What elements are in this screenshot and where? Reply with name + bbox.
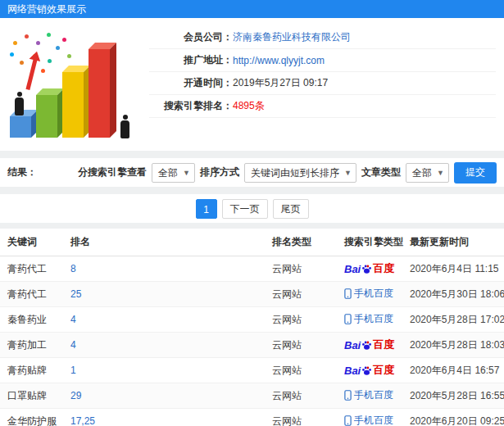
rank-type-cell: 云网站 bbox=[269, 333, 341, 358]
confetti-dot bbox=[56, 46, 60, 50]
rank-link[interactable]: 1 bbox=[70, 365, 76, 376]
pagination: 1 下一页 尾页 bbox=[0, 194, 504, 223]
last-page-button[interactable]: 尾页 bbox=[273, 199, 309, 219]
updated-time-cell: 2020年6月4日 11:15 bbox=[406, 256, 504, 282]
article-type-label: 文章类型 bbox=[361, 165, 401, 179]
col-header-rank: 排名 bbox=[67, 229, 269, 256]
sort-select[interactable]: 关键词由短到长排序▼ bbox=[244, 163, 356, 183]
engine-cell: Bai百度 bbox=[341, 256, 406, 282]
sort-label: 排序方式 bbox=[200, 165, 239, 179]
baidu-logo: Bai百度 bbox=[344, 338, 394, 352]
updated-time-cell: 2020年5月28日 17:02 bbox=[406, 307, 504, 333]
engine-rank-unit: 条 bbox=[255, 100, 265, 111]
open-time-label: 开通时间： bbox=[149, 76, 233, 90]
company-row: 会员公司： 济南秦鲁药业科技有限公司 bbox=[149, 26, 496, 49]
page-button-current[interactable]: 1 bbox=[196, 199, 217, 219]
engine-filter-select[interactable]: 全部▼ bbox=[152, 163, 195, 183]
rank-link[interactable]: 29 bbox=[70, 390, 81, 401]
promo-url-label: 推广地址： bbox=[149, 53, 233, 67]
confetti-dot bbox=[62, 38, 66, 42]
chart-bar-green bbox=[36, 95, 57, 138]
sort-value: 关键词由短到长排序 bbox=[251, 167, 339, 179]
table-row: 口罩贴牌29云网站手机百度2020年5月28日 16:55 bbox=[0, 383, 504, 409]
rank-link[interactable]: 4 bbox=[70, 339, 76, 351]
keyword-cell: 膏药代工 bbox=[0, 282, 67, 307]
confetti-dot bbox=[48, 59, 52, 63]
company-link[interactable]: 济南秦鲁药业科技有限公司 bbox=[233, 30, 351, 44]
mobile-baidu-badge: 手机百度 bbox=[344, 388, 393, 402]
member-info: 会员公司： 济南秦鲁药业科技有限公司 推广地址： http://www.qlyy… bbox=[149, 18, 504, 151]
rank-type-cell: 云网站 bbox=[269, 358, 341, 383]
rank-cell: 1 bbox=[67, 358, 269, 383]
engine-cell: 手机百度 bbox=[341, 282, 406, 307]
promo-url-row: 推广地址： http://www.qlyyjt.com bbox=[149, 49, 496, 72]
table-row: 膏药代工8云网站Bai百度2020年6月4日 11:15 bbox=[0, 256, 504, 282]
confetti-dot bbox=[47, 33, 51, 37]
baidu-logo: Bai百度 bbox=[344, 261, 394, 276]
keyword-cell: 膏药加工 bbox=[0, 333, 67, 358]
rank-cell: 25 bbox=[67, 282, 269, 307]
company-label: 会员公司： bbox=[149, 30, 233, 44]
chevron-down-icon: ▼ bbox=[344, 164, 352, 182]
engine-rank-count: 4895条 bbox=[233, 99, 265, 113]
engine-rank-number: 4895 bbox=[233, 100, 255, 111]
engine-cell: Bai百度 bbox=[341, 333, 406, 358]
rank-cell: 17,25 bbox=[67, 409, 269, 426]
updated-time-cell: 2020年5月28日 16:55 bbox=[406, 383, 504, 409]
rank-link[interactable]: 4 bbox=[70, 314, 76, 325]
keyword-cell: 金华防护服 bbox=[0, 409, 67, 426]
article-type-select[interactable]: 全部▼ bbox=[406, 163, 449, 183]
engine-cell: Bai百度 bbox=[341, 358, 406, 383]
col-header-updated: 最新更新时间 bbox=[406, 229, 504, 256]
next-page-button[interactable]: 下一页 bbox=[222, 199, 268, 219]
table-row: 膏药加工4云网站Bai百度2020年5月28日 18:03 bbox=[0, 333, 504, 358]
keyword-cell: 秦鲁药业 bbox=[0, 307, 67, 333]
open-time-value: 2019年5月27日 09:17 bbox=[233, 76, 328, 90]
baidu-logo: Bai百度 bbox=[344, 363, 394, 378]
confetti-dot bbox=[36, 41, 40, 45]
rank-cell: 29 bbox=[67, 383, 269, 409]
mobile-baidu-badge: 手机百度 bbox=[344, 312, 393, 326]
engine-filter-label: 分搜索引擎查看 bbox=[78, 165, 147, 179]
member-panel: 会员公司： 济南秦鲁药业科技有限公司 推广地址： http://www.qlyy… bbox=[0, 18, 504, 151]
submit-button[interactable]: 提交 bbox=[454, 162, 497, 184]
chevron-down-icon: ▼ bbox=[437, 164, 444, 182]
businessman-figure bbox=[14, 92, 25, 116]
confetti-dot bbox=[41, 69, 45, 73]
mobile-phone-icon bbox=[344, 288, 352, 299]
engine-filter-value: 全部 bbox=[158, 167, 178, 179]
bar-chart-illustration bbox=[0, 18, 149, 151]
promo-url-link[interactable]: http://www.qlyyjt.com bbox=[233, 55, 325, 66]
baidu-paw-icon bbox=[361, 340, 372, 351]
updated-time-cell: 2020年6月4日 16:57 bbox=[406, 358, 504, 383]
mobile-baidu-badge: 手机百度 bbox=[344, 414, 393, 426]
result-label: 结果： bbox=[7, 165, 37, 179]
confetti-dot bbox=[67, 54, 71, 58]
rank-link[interactable]: 8 bbox=[70, 263, 76, 274]
rank-link[interactable]: 25 bbox=[70, 288, 81, 300]
confetti-dot bbox=[20, 61, 24, 65]
article-type-value: 全部 bbox=[412, 167, 432, 179]
rank-cell: 4 bbox=[67, 307, 269, 333]
baidu-paw-icon bbox=[361, 264, 372, 274]
mobile-phone-icon bbox=[344, 415, 352, 426]
mobile-baidu-badge: 手机百度 bbox=[344, 287, 393, 301]
rank-link[interactable]: 17,25 bbox=[70, 415, 95, 426]
page-title: 网络营销效果展示 bbox=[0, 0, 504, 18]
rank-type-cell: 云网站 bbox=[269, 256, 341, 282]
rank-type-cell: 云网站 bbox=[269, 383, 341, 409]
chart-bar-red bbox=[89, 49, 110, 138]
mobile-phone-icon bbox=[344, 390, 352, 401]
businessman-figure bbox=[120, 115, 130, 139]
growth-arrow bbox=[25, 59, 37, 90]
engine-cell: 手机百度 bbox=[341, 409, 406, 426]
keyword-table: 关键词 排名 排名类型 搜索引擎类型 最新更新时间 膏药代工8云网站Bai百度2… bbox=[0, 229, 504, 426]
baidu-paw-icon bbox=[361, 365, 372, 376]
updated-time-cell: 2020年5月28日 18:03 bbox=[406, 333, 504, 358]
filter-controls: 分搜索引擎查看 全部▼ 排序方式 关键词由短到长排序▼ 文章类型 全部▼ 提交 bbox=[78, 162, 497, 184]
engine-cell: 手机百度 bbox=[341, 307, 406, 333]
confetti-dot bbox=[13, 41, 17, 45]
rank-cell: 4 bbox=[67, 333, 269, 358]
table-row: 膏药代工25云网站手机百度2020年5月30日 18:06 bbox=[0, 282, 504, 307]
keyword-cell: 膏药代工 bbox=[0, 256, 67, 282]
